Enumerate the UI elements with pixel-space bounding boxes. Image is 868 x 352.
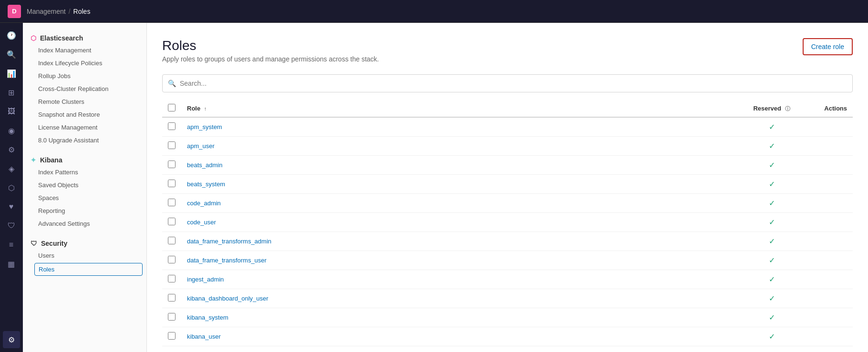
sidebar-icon-discover[interactable]: 🔍 xyxy=(3,46,20,63)
reserved-cell: ✓ xyxy=(738,194,805,213)
sidebar-icon-maps[interactable]: ◉ xyxy=(3,122,20,139)
row-checkbox[interactable] xyxy=(168,161,176,168)
row-checkbox[interactable] xyxy=(168,180,176,187)
sidebar-icon-graph[interactable]: ◈ xyxy=(3,160,20,177)
nav-item-snapshot-restore[interactable]: Snapshot and Restore xyxy=(23,108,146,121)
row-checkbox-cell xyxy=(162,175,181,194)
actions-cell xyxy=(805,327,853,346)
elasticsearch-section-header: ⬡ Elasticsearch xyxy=(23,30,146,44)
reserved-cell: ✓ xyxy=(738,213,805,232)
role-name-cell[interactable]: data_frame_transforms_admin xyxy=(181,232,738,251)
nav-item-index-lifecycle[interactable]: Index Lifecycle Policies xyxy=(23,57,146,70)
nav-item-license-management[interactable]: License Management xyxy=(23,121,146,134)
kibana-label: Kibana xyxy=(40,156,62,164)
sidebar-icon-clock[interactable]: 🕐 xyxy=(3,27,20,44)
breadcrumb-management[interactable]: Management xyxy=(27,8,66,15)
role-name-cell[interactable]: apm_user xyxy=(181,137,738,156)
table-row: apm_system ✓ xyxy=(162,117,853,137)
sidebar-icon-siem[interactable]: 🛡 xyxy=(3,217,20,234)
row-checkbox-cell xyxy=(162,308,181,327)
row-checkbox[interactable] xyxy=(168,218,176,225)
role-name-cell[interactable]: ingest_admin xyxy=(181,270,738,289)
role-name-cell[interactable]: kibana_dashboard_only_user xyxy=(181,289,738,308)
table-header-row: Role ↑ Reserved ⓘ Actions xyxy=(162,100,853,117)
main-content: Roles Apply roles to groups of users and… xyxy=(147,23,868,352)
nav-item-users[interactable]: Users xyxy=(23,249,146,262)
role-name-cell[interactable]: code_admin xyxy=(181,194,738,213)
actions-cell xyxy=(805,232,853,251)
role-name-cell[interactable]: kibana_user xyxy=(181,327,738,346)
topbar: D Management / Roles xyxy=(0,0,868,23)
app-logo[interactable]: D xyxy=(8,5,21,18)
sidebar-icon-apm[interactable]: ⬡ xyxy=(3,179,20,196)
table-row: beats_system ✓ xyxy=(162,175,853,194)
row-checkbox[interactable] xyxy=(168,256,176,263)
row-checkbox-cell xyxy=(162,270,181,289)
table-row: data_frame_transforms_admin ✓ xyxy=(162,232,853,251)
nav-item-upgrade-assistant[interactable]: 8.0 Upgrade Assistant xyxy=(23,134,146,147)
actions-cell xyxy=(805,289,853,308)
search-input[interactable] xyxy=(162,74,853,92)
row-checkbox-cell xyxy=(162,327,181,346)
nav-item-index-management[interactable]: Index Management xyxy=(23,44,146,57)
icon-sidebar: 🕐 🔍 📊 ⊞ 🖼 ◉ ⚙ ◈ ⬡ ♥ 🛡 ≡ ▦ ⚙ xyxy=(0,23,23,352)
table-row: kibana_system ✓ xyxy=(162,308,853,327)
sidebar-icon-uptime[interactable]: ♥ xyxy=(3,198,20,215)
nav-item-cross-cluster[interactable]: Cross-Cluster Replication xyxy=(23,82,146,95)
sidebar-icon-infrastructure[interactable]: ▦ xyxy=(3,255,20,272)
table-row: beats_admin ✓ xyxy=(162,156,853,175)
nav-item-reporting[interactable]: Reporting xyxy=(23,204,146,217)
reserved-cell: ✓ xyxy=(738,137,805,156)
reserved-cell: ✓ xyxy=(738,175,805,194)
role-name-cell[interactable]: apm_system xyxy=(181,117,738,137)
reserved-cell: ✓ xyxy=(738,327,805,346)
role-name-cell[interactable]: beats_admin xyxy=(181,156,738,175)
page-title: Roles xyxy=(162,38,379,53)
page-header-left: Roles Apply roles to groups of users and… xyxy=(162,38,379,63)
nav-item-remote-clusters[interactable]: Remote Clusters xyxy=(23,95,146,108)
row-checkbox[interactable] xyxy=(168,313,176,321)
role-name-cell[interactable]: beats_system xyxy=(181,175,738,194)
actions-cell xyxy=(805,156,853,175)
sidebar-icon-dashboard[interactable]: ⊞ xyxy=(3,84,20,101)
breadcrumb-current: Roles xyxy=(73,8,91,15)
row-checkbox-cell xyxy=(162,156,181,175)
roles-table: Role ↑ Reserved ⓘ Actions apm_system ✓ xyxy=(162,100,853,346)
security-label: Security xyxy=(41,240,67,247)
sidebar-icon-ml[interactable]: ⚙ xyxy=(3,141,20,158)
reserved-cell: ✓ xyxy=(738,308,805,327)
reserved-cell: ✓ xyxy=(738,117,805,137)
nav-item-saved-objects[interactable]: Saved Objects xyxy=(23,179,146,191)
actions-cell xyxy=(805,213,853,232)
reserved-check-icon: ✓ xyxy=(769,161,775,169)
role-name-cell[interactable]: code_user xyxy=(181,213,738,232)
sidebar-bottom: ⚙ xyxy=(3,331,20,352)
actions-cell xyxy=(805,194,853,213)
sidebar-icon-settings[interactable]: ⚙ xyxy=(3,331,20,348)
nav-item-spaces[interactable]: Spaces xyxy=(23,191,146,204)
row-checkbox[interactable] xyxy=(168,237,176,244)
row-checkbox[interactable] xyxy=(168,332,176,340)
row-checkbox-cell xyxy=(162,137,181,156)
sidebar-icon-canvas[interactable]: 🖼 xyxy=(3,103,20,120)
sidebar-icon-logs[interactable]: ≡ xyxy=(3,236,20,253)
select-all-checkbox[interactable] xyxy=(168,104,176,111)
sidebar-icon-visualize[interactable]: 📊 xyxy=(3,65,20,82)
actions-cell xyxy=(805,117,853,137)
row-checkbox[interactable] xyxy=(168,275,176,282)
row-checkbox[interactable] xyxy=(168,199,176,206)
row-checkbox[interactable] xyxy=(168,122,176,130)
create-role-button[interactable]: Create role xyxy=(803,38,853,55)
nav-item-index-patterns[interactable]: Index Patterns xyxy=(23,166,146,179)
row-checkbox[interactable] xyxy=(168,294,176,302)
row-checkbox[interactable] xyxy=(168,141,176,149)
reserved-check-icon: ✓ xyxy=(769,256,775,264)
role-name-cell[interactable]: data_frame_transforms_user xyxy=(181,251,738,270)
reserved-check-icon: ✓ xyxy=(769,123,775,131)
nav-item-advanced-settings[interactable]: Advanced Settings xyxy=(23,217,146,230)
role-name-cell[interactable]: kibana_system xyxy=(181,308,738,327)
nav-item-roles[interactable]: Roles xyxy=(34,263,143,276)
kibana-section-header: ✦ Kibana xyxy=(23,152,146,166)
header-role[interactable]: Role ↑ xyxy=(181,100,738,117)
nav-item-rollup-jobs[interactable]: Rollup Jobs xyxy=(23,70,146,82)
